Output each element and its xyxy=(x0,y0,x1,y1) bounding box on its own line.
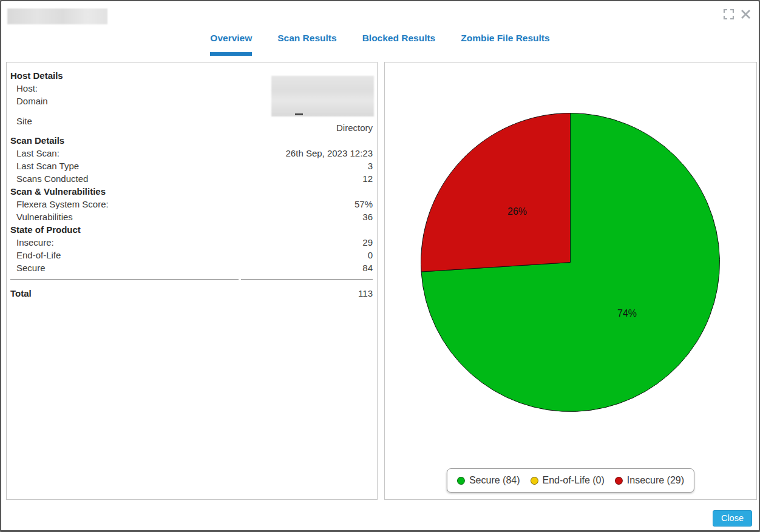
legend-dot-secure xyxy=(457,477,465,485)
detail-row-last-scan-type: Last Scan Type 3 xyxy=(10,160,373,172)
system-score-value: 57% xyxy=(355,198,373,210)
vulnerabilities-value: 36 xyxy=(362,210,373,223)
secure-label: Secure xyxy=(10,261,46,274)
pie-slice-secure-percent-label: 74% xyxy=(617,308,637,318)
detail-row-total: Total 113 xyxy=(10,287,373,300)
tab-label: Blocked Results xyxy=(362,33,436,43)
pie-slice-insecure[interactable] xyxy=(421,113,571,272)
tab-label: Overview xyxy=(210,33,252,43)
legend-label-secure: Secure (84) xyxy=(469,475,520,486)
total-label: Total xyxy=(10,287,32,300)
vulnerabilities-label: Vulnerabilities xyxy=(10,210,73,223)
last-scan-value: 26th Sep, 2023 12:23 xyxy=(286,147,373,160)
last-scan-type-value: 3 xyxy=(368,160,373,172)
detail-row-scans-conducted: Scans Conducted 12 xyxy=(10,172,373,185)
redacted-text-fragment xyxy=(295,113,303,115)
detail-row-vulnerabilities: Vulnerabilities 36 xyxy=(10,210,373,223)
legend-item-end-of-life[interactable]: End-of-Life (0) xyxy=(531,475,605,486)
total-value: 113 xyxy=(358,287,373,300)
chart-legend: Secure (84) End-of-Life (0) Insecure (29… xyxy=(447,468,694,493)
close-icon xyxy=(740,8,752,20)
dialog-close-button[interactable] xyxy=(740,8,752,20)
active-tab-underline xyxy=(210,52,252,56)
section-header-state-of-product: State of Product xyxy=(10,223,373,236)
system-score-label: Flexera System Score: xyxy=(10,198,109,210)
tab-overview[interactable]: Overview xyxy=(198,32,264,56)
insecure-label: Insecure: xyxy=(10,236,54,249)
maximize-button[interactable] xyxy=(723,8,735,20)
tab-zombie-file-results[interactable]: Zombie File Results xyxy=(449,32,562,56)
secure-value: 84 xyxy=(362,261,373,274)
section-header-scan-details: Scan Details xyxy=(10,134,373,147)
legend-dot-end-of-life xyxy=(531,477,538,485)
pie-chart: 26% 74% xyxy=(420,112,721,412)
detail-row-last-scan: Last Scan: 26th Sep, 2023 12:23 xyxy=(10,147,373,160)
tab-scan-results[interactable]: Scan Results xyxy=(265,32,348,56)
domain-label: Domain xyxy=(10,95,48,107)
pie-slice-insecure-percent-label: 26% xyxy=(507,206,527,217)
last-scan-type-label: Last Scan Type xyxy=(10,160,79,172)
detail-row-secure: Secure 84 xyxy=(10,261,373,274)
detail-row-insecure: Insecure: 29 xyxy=(10,236,373,249)
section-header-scan-vulnerabilities: Scan & Vulnerabilities xyxy=(10,185,373,198)
scans-conducted-value: 12 xyxy=(362,172,373,185)
insecure-value: 29 xyxy=(362,236,373,249)
scans-conducted-label: Scans Conducted xyxy=(10,172,88,185)
end-of-life-value: 0 xyxy=(368,249,373,261)
legend-label-insecure: Insecure (29) xyxy=(627,475,684,486)
legend-dot-insecure xyxy=(615,477,623,485)
detail-row-end-of-life: End-of-Life 0 xyxy=(10,249,373,261)
last-scan-label: Last Scan: xyxy=(10,147,59,160)
tab-bar: Overview Scan Results Blocked Results Zo… xyxy=(1,32,759,56)
site-value: Directory xyxy=(336,121,373,134)
tab-label: Scan Results xyxy=(277,33,336,43)
tab-label: Zombie File Results xyxy=(461,33,549,43)
window-title-redacted xyxy=(7,8,107,24)
maximize-icon xyxy=(723,8,735,20)
legend-label-end-of-life: End-of-Life (0) xyxy=(543,475,605,486)
site-label: Site xyxy=(10,115,32,127)
end-of-life-label: End-of-Life xyxy=(10,249,61,261)
host-details-panel: Host Details Host: Domain Site Directory… xyxy=(6,62,378,500)
legend-item-insecure[interactable]: Insecure (29) xyxy=(615,475,684,486)
detail-row-system-score: Flexera System Score: 57% xyxy=(10,198,373,210)
tab-blocked-results[interactable]: Blocked Results xyxy=(350,32,448,56)
total-separator xyxy=(10,279,373,280)
host-values-redacted-blur xyxy=(271,76,374,116)
host-scan-dialog: Overview Scan Results Blocked Results Zo… xyxy=(0,0,760,532)
host-label: Host: xyxy=(10,82,38,95)
detail-row-site: Site Directory xyxy=(10,115,373,134)
window-buttons xyxy=(723,8,752,20)
product-state-chart-panel: 26% 74% Secure (84) End-of-Life (0) Inse… xyxy=(384,62,757,500)
close-button[interactable]: Close xyxy=(713,510,752,527)
legend-item-secure[interactable]: Secure (84) xyxy=(457,475,520,486)
